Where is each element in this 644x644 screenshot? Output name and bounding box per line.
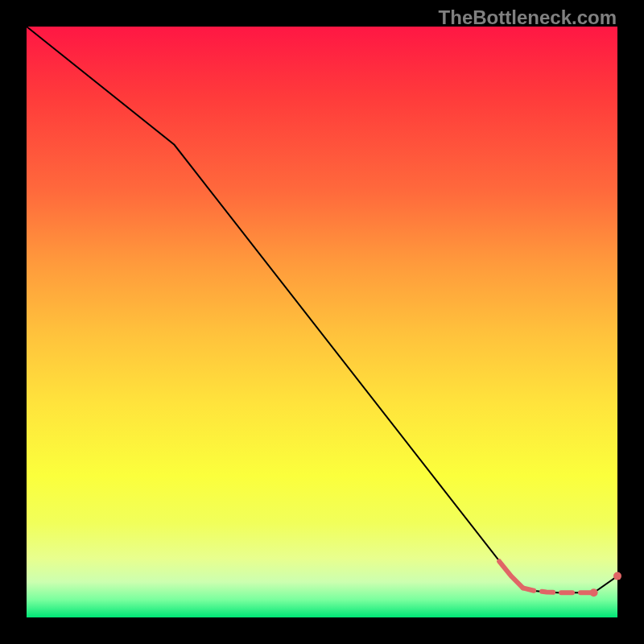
highlight-segment <box>499 561 593 592</box>
chart-container: TheBottleneck.com <box>0 0 644 644</box>
data-point <box>590 588 598 597</box>
data-point <box>613 572 621 580</box>
watermark-text: TheBottleneck.com <box>439 6 617 29</box>
chart-svg <box>27 27 617 617</box>
main-curve <box>27 27 617 592</box>
